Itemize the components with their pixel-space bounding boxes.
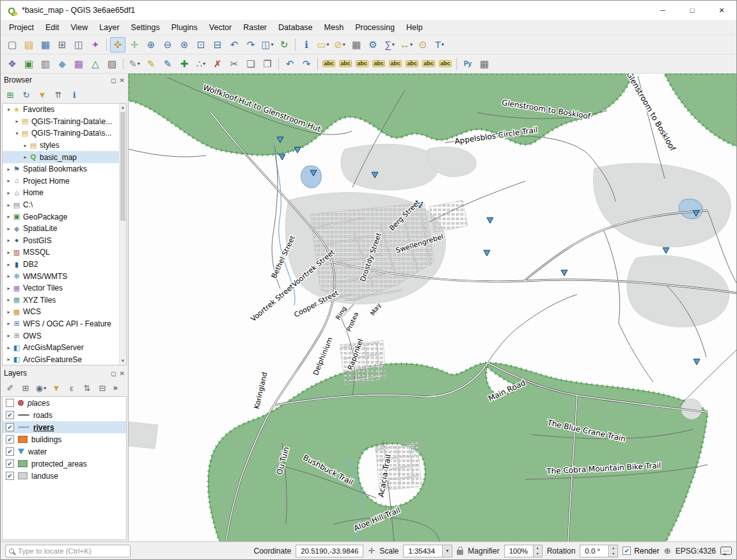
open-data-source-manager-button[interactable]: ❖ xyxy=(4,56,20,72)
spin-down-icon[interactable]: ▾ xyxy=(534,551,542,557)
new-project-button[interactable]: ▢ xyxy=(4,37,20,52)
dropdown-arrow-icon[interactable]: ▾ xyxy=(392,42,395,47)
filter-legend-button[interactable]: ▼ xyxy=(49,381,63,395)
menu-vector[interactable]: Vector xyxy=(203,21,237,34)
browser-item-spatialite[interactable]: ▸◆SpatiaLite xyxy=(3,223,126,235)
undo-button[interactable]: ↶ xyxy=(282,56,297,72)
zoom-next-button[interactable]: ↷ xyxy=(243,37,258,52)
scale-dropdown-icon[interactable]: ▾ xyxy=(443,545,452,557)
layer-item-rivers[interactable]: ✔rivers xyxy=(3,421,126,433)
layer-checkbox[interactable]: ✔ xyxy=(6,447,14,456)
browser-item-project-home[interactable]: ▸⌂Project Home xyxy=(3,175,126,188)
collapsed-arrow-icon[interactable]: ▸ xyxy=(13,118,20,124)
layer-checkbox[interactable]: ✔ xyxy=(6,472,14,480)
collapsed-arrow-icon[interactable]: ▸ xyxy=(5,297,12,303)
deselect-features-button[interactable]: ⊘▾ xyxy=(332,37,347,52)
dropdown-arrow-icon[interactable]: ▾ xyxy=(203,61,205,67)
current-edits-button[interactable]: ✎▾ xyxy=(127,56,142,72)
add-group-button[interactable]: ⊞ xyxy=(19,381,33,395)
collapsed-arrow-icon[interactable]: ▸ xyxy=(5,345,12,351)
collapsed-arrow-icon[interactable]: ▸ xyxy=(5,178,12,184)
layer-item-protected-areas[interactable]: ✔protected_areas xyxy=(3,458,126,470)
refresh-browser-button[interactable]: ↻ xyxy=(19,88,33,102)
collapsed-arrow-icon[interactable]: ▸ xyxy=(5,190,12,196)
collapsed-arrow-icon[interactable]: ▸ xyxy=(5,250,12,255)
paste-features-button[interactable]: ❒ xyxy=(260,56,275,72)
layer-checkbox[interactable] xyxy=(6,399,14,407)
browser-item-geopackage[interactable]: ▸▣GeoPackage xyxy=(3,211,126,223)
collapsed-arrow-icon[interactable]: ▸ xyxy=(5,333,12,339)
expanded-arrow-icon[interactable]: ▾ xyxy=(13,131,20,136)
highlight-pinned-labels-button[interactable]: abc xyxy=(354,56,370,72)
browser-item-wcs[interactable]: ▸▦WCS xyxy=(3,306,126,318)
vertex-tool-button[interactable]: ∴▾ xyxy=(193,56,209,72)
dropdown-arrow-icon[interactable]: ▾ xyxy=(343,42,345,47)
grid-tool-button[interactable]: ▦ xyxy=(477,56,492,72)
expand-collapse-all-button[interactable]: ⇅ xyxy=(80,381,94,395)
float-panel-icon[interactable]: ◻ xyxy=(111,370,116,377)
map-canvas[interactable]: Wolfkloof Hut to Glenstroom HutGlenstroo… xyxy=(129,74,736,541)
browser-item-xyz-tiles[interactable]: ▸▦XYZ Tiles xyxy=(3,294,126,307)
copy-features-button[interactable]: ❏ xyxy=(243,56,258,72)
layer-diagram-button[interactable]: abc xyxy=(338,56,353,72)
collapsed-arrow-icon[interactable]: ▸ xyxy=(5,166,12,172)
close-button[interactable]: ✕ xyxy=(707,1,736,20)
collapsed-arrow-icon[interactable]: ▸ xyxy=(22,143,29,148)
select-features-button[interactable]: ▭▾ xyxy=(315,37,331,52)
browser-item-spatial-bookmarks[interactable]: ▸⚑Spatial Bookmarks xyxy=(3,163,126,175)
scale-combo[interactable]: 1:35434 ▾ xyxy=(403,545,452,557)
statistical-summary-button[interactable]: ∑▾ xyxy=(382,37,397,52)
zoom-out-button[interactable]: ⊖ xyxy=(160,37,175,52)
show-hide-labels-button[interactable]: abc xyxy=(388,56,403,72)
layer-checkbox[interactable]: ✔ xyxy=(6,423,14,431)
redo-button[interactable]: ↷ xyxy=(299,56,314,72)
menu-project[interactable]: Project xyxy=(3,21,40,34)
zoom-to-selection-button[interactable]: ⊡ xyxy=(193,37,209,52)
menu-layer[interactable]: Layer xyxy=(93,21,125,34)
dropdown-arrow-icon[interactable]: ▾ xyxy=(138,61,140,67)
text-annotation-button[interactable]: T▾ xyxy=(432,37,447,52)
collapsed-arrow-icon[interactable]: ▸ xyxy=(5,237,12,243)
zoom-in-button[interactable]: ⊕ xyxy=(143,37,159,52)
minimize-button[interactable]: ─ xyxy=(648,1,678,20)
collapsed-arrow-icon[interactable]: ▸ xyxy=(5,262,12,268)
new-geopackage-layer-button[interactable]: ▣ xyxy=(21,56,36,72)
browser-item-postgis[interactable]: ▸●PostGIS xyxy=(3,235,126,247)
open-layer-styling-button[interactable]: ✐ xyxy=(3,381,17,395)
browser-item-qgis-training-data-s[interactable]: ▾▤QGIS-Training-Data\s... xyxy=(3,127,126,140)
delete-selected-button[interactable]: ✗ xyxy=(210,56,225,72)
browser-item-c[interactable]: ▸▤C:\ xyxy=(3,199,126,211)
collapsed-arrow-icon[interactable]: ▸ xyxy=(5,321,12,326)
rotate-label-button[interactable]: abc xyxy=(421,56,436,72)
layer-checkbox[interactable]: ✔ xyxy=(6,460,14,468)
layer-item-water[interactable]: ✔water xyxy=(3,445,126,458)
rotation-value[interactable]: 0.0 ° xyxy=(580,545,609,557)
menu-processing[interactable]: Processing xyxy=(349,21,400,34)
pin-unpin-labels-button[interactable]: abc xyxy=(371,56,386,72)
layer-item-places[interactable]: places xyxy=(3,397,126,409)
collapsed-arrow-icon[interactable]: ▸ xyxy=(5,214,12,220)
browser-item-wms-wmts[interactable]: ▸⊕WMS/WMTS xyxy=(3,270,126,282)
browser-item-arcgismapserver[interactable]: ▸◧ArcGisMapServer xyxy=(3,342,126,354)
layer-item-landuse[interactable]: ✔landuse xyxy=(3,470,126,482)
collapsed-arrow-icon[interactable]: ▸ xyxy=(5,273,12,279)
properties-widget-button[interactable]: ℹ xyxy=(67,88,81,102)
spin-down-icon[interactable]: ▾ xyxy=(609,551,617,557)
browser-item-arcgisfeaturese[interactable]: ▸◧ArcGisFeatureSe xyxy=(3,353,126,365)
browser-item-db2[interactable]: ▸▮DB2 xyxy=(3,259,126,271)
show-layout-manager-button[interactable]: ◫ xyxy=(71,37,86,52)
collapsed-arrow-icon[interactable]: ▸ xyxy=(22,154,29,160)
add-raster-layer-button[interactable]: ▨ xyxy=(104,56,120,72)
spin-up-icon[interactable]: ▴ xyxy=(609,545,617,551)
zoom-last-button[interactable]: ↶ xyxy=(226,37,242,52)
magnifier-spinbox[interactable]: 100% ▴ ▾ xyxy=(504,545,543,557)
layer-checkbox[interactable]: ✔ xyxy=(6,435,14,444)
collapsed-arrow-icon[interactable]: ▸ xyxy=(5,285,12,291)
browser-item-ows[interactable]: ▸⊞OWS xyxy=(3,330,126,342)
collapse-all-button[interactable]: ⇈ xyxy=(51,88,65,102)
pan-map-button[interactable]: ✜ xyxy=(110,37,125,52)
layer-labeling-button[interactable]: abc xyxy=(321,56,337,72)
open-attribute-table-button[interactable]: ▦ xyxy=(349,37,364,52)
add-vector-layer-button[interactable]: △ xyxy=(88,56,103,72)
add-selected-layers-button[interactable]: ⊞ xyxy=(3,88,17,102)
